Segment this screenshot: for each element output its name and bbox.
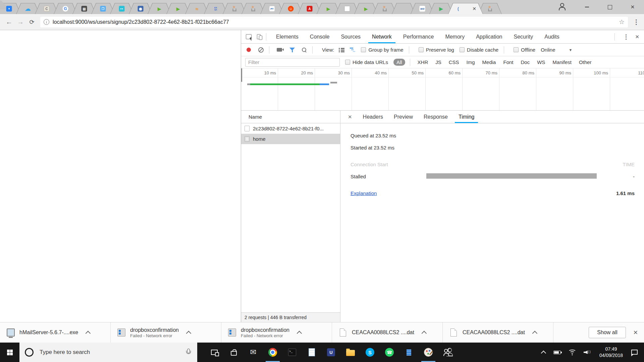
taskbar-app-button[interactable] bbox=[244, 343, 263, 362]
download-item[interactable]: hMailServer-5.6.7-....exe bbox=[0, 322, 111, 343]
tray-show-hidden-icons[interactable] bbox=[539, 343, 550, 362]
browser-menu-icon[interactable] bbox=[631, 18, 641, 26]
devtools-tab[interactable]: Audits bbox=[539, 30, 565, 43]
taskbar-app-button[interactable] bbox=[263, 343, 282, 362]
taskbar-app-button[interactable] bbox=[321, 343, 341, 362]
detail-tab[interactable]: Timing bbox=[453, 111, 480, 123]
record-icon[interactable] bbox=[247, 48, 251, 52]
omnibox[interactable]: localhost:9000/ws/users/signup/2c23d802-… bbox=[40, 17, 628, 27]
filter-type-chip[interactable]: Doc bbox=[521, 59, 530, 65]
taskbar-app-button[interactable] bbox=[419, 343, 438, 362]
devtools-tab[interactable]: Security bbox=[508, 30, 539, 43]
capture-screenshots-icon[interactable] bbox=[277, 48, 282, 52]
filter-type-chip[interactable]: Media bbox=[482, 59, 496, 65]
detail-tab[interactable]: Preview bbox=[388, 111, 418, 123]
preserve-log-option[interactable]: Preserve log bbox=[419, 47, 454, 53]
inspect-element-icon[interactable] bbox=[246, 34, 252, 39]
devtools-tab[interactable]: Sources bbox=[335, 30, 366, 43]
microphone-icon[interactable] bbox=[186, 349, 191, 356]
devtools-tab[interactable]: Network bbox=[366, 30, 397, 43]
devtools-tab[interactable]: Application bbox=[470, 30, 508, 43]
view-list-icon[interactable] bbox=[339, 48, 344, 52]
preserve-log-checkbox[interactable] bbox=[419, 47, 424, 52]
taskbar-clock[interactable]: 07:49 04/09/2018 bbox=[595, 346, 628, 359]
filter-type-chip[interactable]: Img bbox=[467, 59, 475, 65]
profile-icon[interactable] bbox=[557, 2, 566, 11]
tray-volume[interactable] bbox=[580, 343, 595, 362]
taskbar-app-button[interactable] bbox=[302, 343, 321, 362]
detail-close-icon[interactable] bbox=[340, 114, 358, 120]
devtools-tab[interactable]: Elements bbox=[270, 30, 304, 43]
request-row[interactable]: 2c23d802-8722-4e62-8b21-f0... bbox=[241, 123, 340, 134]
explanation-link[interactable]: Explanation bbox=[351, 190, 377, 196]
download-item[interactable]: dropboxconfirmation Failed - Network err… bbox=[111, 322, 221, 343]
filter-type-chip[interactable]: Font bbox=[503, 59, 513, 65]
taskbar-app-button[interactable] bbox=[205, 343, 224, 362]
filter-input[interactable] bbox=[245, 58, 340, 67]
tray-network[interactable] bbox=[565, 343, 580, 362]
disable-cache-option[interactable]: Disable cache bbox=[460, 47, 498, 53]
url-text[interactable]: localhost:9000/ws/users/signup/2c23d802-… bbox=[53, 19, 619, 25]
request-row[interactable]: home bbox=[241, 134, 340, 144]
downloads-bar-close-icon[interactable] bbox=[633, 329, 638, 336]
filter-type-all[interactable]: All bbox=[393, 59, 405, 66]
device-toolbar-icon[interactable] bbox=[257, 34, 261, 39]
hide-data-urls-checkbox[interactable] bbox=[345, 60, 350, 65]
tab-close-icon[interactable] bbox=[472, 6, 476, 11]
download-item[interactable]: CEACAA0088LCS2 ....dat bbox=[443, 322, 553, 343]
detail-tab[interactable]: Response bbox=[418, 111, 453, 123]
action-center-button[interactable] bbox=[628, 343, 641, 362]
offline-option[interactable]: Offline bbox=[514, 47, 535, 53]
cortana-icon[interactable] bbox=[25, 348, 34, 357]
network-overview[interactable]: 10 ms 20 ms 30 ms 40 ms 50 ms 60 ms 70 m… bbox=[241, 68, 644, 111]
taskbar-app-button[interactable] bbox=[380, 343, 399, 362]
taskbar-app-button[interactable] bbox=[360, 343, 380, 362]
view-waterfall-icon[interactable] bbox=[350, 48, 356, 52]
back-button[interactable] bbox=[3, 16, 15, 28]
filter-type-chip[interactable]: WS bbox=[537, 59, 545, 65]
window-maximize-button[interactable] bbox=[603, 3, 616, 11]
taskbar-app-button[interactable] bbox=[224, 343, 244, 362]
group-by-frame-option[interactable]: Group by frame bbox=[361, 47, 403, 53]
download-menu-chevron-icon[interactable] bbox=[86, 330, 91, 336]
browser-tab[interactable] bbox=[448, 3, 483, 14]
download-menu-chevron-icon[interactable] bbox=[186, 330, 192, 336]
overview-left-handle[interactable] bbox=[241, 68, 242, 82]
page-info-icon[interactable] bbox=[44, 19, 49, 25]
taskbar-app-button[interactable] bbox=[282, 343, 302, 362]
requests-header[interactable]: Name bbox=[241, 111, 340, 123]
download-menu-chevron-icon[interactable] bbox=[297, 330, 302, 336]
filter-type-chip[interactable]: Other bbox=[579, 59, 592, 65]
disable-cache-checkbox[interactable] bbox=[460, 47, 465, 52]
filter-type-chip[interactable]: Manifest bbox=[552, 59, 572, 65]
taskbar-app-button[interactable] bbox=[438, 343, 458, 362]
reload-button[interactable] bbox=[26, 16, 38, 28]
filter-icon[interactable] bbox=[289, 48, 295, 52]
devtools-tab[interactable]: Memory bbox=[439, 30, 470, 43]
chevron-down-icon[interactable] bbox=[569, 48, 573, 52]
download-item[interactable]: dropboxconfirmation Failed - Network err… bbox=[221, 322, 332, 343]
tray-battery[interactable] bbox=[550, 343, 565, 362]
window-close-button[interactable] bbox=[626, 3, 639, 11]
show-all-button[interactable]: Show all bbox=[589, 327, 626, 338]
filter-type-chip[interactable]: JS bbox=[435, 59, 441, 65]
download-menu-chevron-icon[interactable] bbox=[421, 330, 427, 336]
taskbar-search[interactable]: Type here to search bbox=[19, 343, 197, 362]
devtools-tab[interactable]: Console bbox=[304, 30, 335, 43]
group-by-frame-checkbox[interactable] bbox=[361, 47, 366, 52]
detail-tab[interactable]: Headers bbox=[358, 111, 388, 123]
forward-button[interactable] bbox=[15, 16, 26, 28]
hide-data-urls-option[interactable]: Hide data URLs bbox=[345, 59, 388, 65]
clear-icon[interactable] bbox=[258, 47, 264, 53]
filter-type-chip[interactable]: CSS bbox=[449, 59, 459, 65]
throttling-dropdown[interactable]: Online bbox=[541, 47, 555, 53]
bookmark-star-icon[interactable] bbox=[619, 18, 625, 26]
download-item[interactable]: CEACAA0088LCS2 ....dat bbox=[332, 322, 443, 343]
offline-checkbox[interactable] bbox=[514, 47, 519, 52]
start-button[interactable] bbox=[0, 343, 19, 362]
devtools-menu-icon[interactable] bbox=[619, 33, 633, 41]
taskbar-app-button[interactable] bbox=[399, 343, 419, 362]
download-menu-chevron-icon[interactable] bbox=[532, 330, 537, 336]
filter-type-chip[interactable]: XHR bbox=[418, 59, 428, 65]
window-minimize-button[interactable] bbox=[580, 3, 594, 11]
